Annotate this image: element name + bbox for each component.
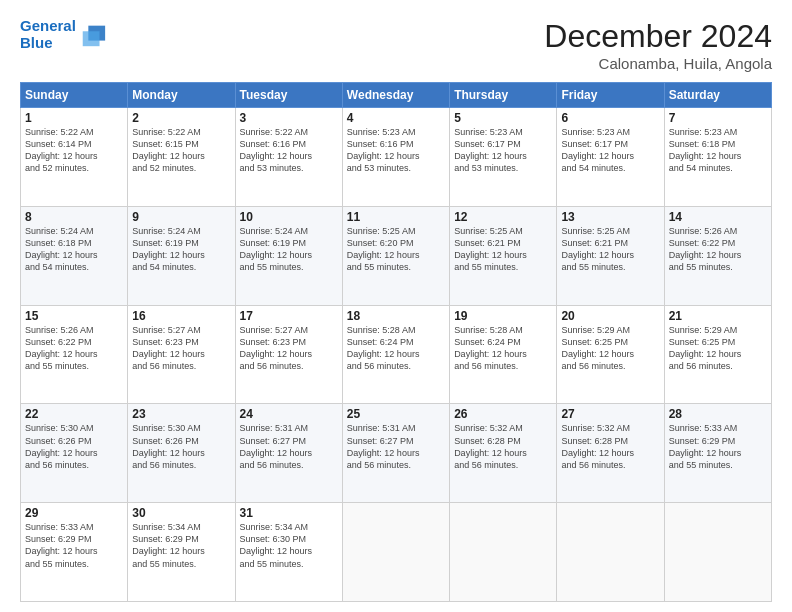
day-info: Sunrise: 5:27 AMSunset: 6:23 PMDaylight:… xyxy=(132,324,230,373)
day-number: 12 xyxy=(454,210,552,224)
day-info: Sunrise: 5:22 AMSunset: 6:16 PMDaylight:… xyxy=(240,126,338,175)
table-row xyxy=(664,503,771,602)
day-info: Sunrise: 5:31 AMSunset: 6:27 PMDaylight:… xyxy=(347,422,445,471)
day-info: Sunrise: 5:29 AMSunset: 6:25 PMDaylight:… xyxy=(669,324,767,373)
day-info: Sunrise: 5:22 AMSunset: 6:14 PMDaylight:… xyxy=(25,126,123,175)
day-number: 29 xyxy=(25,506,123,520)
day-info: Sunrise: 5:23 AMSunset: 6:18 PMDaylight:… xyxy=(669,126,767,175)
day-info: Sunrise: 5:26 AMSunset: 6:22 PMDaylight:… xyxy=(25,324,123,373)
day-info: Sunrise: 5:24 AMSunset: 6:19 PMDaylight:… xyxy=(132,225,230,274)
day-info: Sunrise: 5:34 AMSunset: 6:30 PMDaylight:… xyxy=(240,521,338,570)
day-info: Sunrise: 5:24 AMSunset: 6:19 PMDaylight:… xyxy=(240,225,338,274)
day-number: 9 xyxy=(132,210,230,224)
day-info: Sunrise: 5:23 AMSunset: 6:17 PMDaylight:… xyxy=(454,126,552,175)
day-info: Sunrise: 5:25 AMSunset: 6:21 PMDaylight:… xyxy=(454,225,552,274)
calendar-week-row: 1Sunrise: 5:22 AMSunset: 6:14 PMDaylight… xyxy=(21,108,772,207)
day-number: 17 xyxy=(240,309,338,323)
day-number: 10 xyxy=(240,210,338,224)
day-number: 25 xyxy=(347,407,445,421)
table-row: 16Sunrise: 5:27 AMSunset: 6:23 PMDayligh… xyxy=(128,305,235,404)
table-row: 19Sunrise: 5:28 AMSunset: 6:24 PMDayligh… xyxy=(450,305,557,404)
table-row: 10Sunrise: 5:24 AMSunset: 6:19 PMDayligh… xyxy=(235,206,342,305)
day-info: Sunrise: 5:25 AMSunset: 6:21 PMDaylight:… xyxy=(561,225,659,274)
day-number: 31 xyxy=(240,506,338,520)
table-row: 3Sunrise: 5:22 AMSunset: 6:16 PMDaylight… xyxy=(235,108,342,207)
table-row: 2Sunrise: 5:22 AMSunset: 6:15 PMDaylight… xyxy=(128,108,235,207)
table-row: 14Sunrise: 5:26 AMSunset: 6:22 PMDayligh… xyxy=(664,206,771,305)
table-row: 23Sunrise: 5:30 AMSunset: 6:26 PMDayligh… xyxy=(128,404,235,503)
table-row: 13Sunrise: 5:25 AMSunset: 6:21 PMDayligh… xyxy=(557,206,664,305)
calendar-header-row: Sunday Monday Tuesday Wednesday Thursday… xyxy=(21,83,772,108)
day-info: Sunrise: 5:28 AMSunset: 6:24 PMDaylight:… xyxy=(347,324,445,373)
header-tuesday: Tuesday xyxy=(235,83,342,108)
day-number: 27 xyxy=(561,407,659,421)
day-info: Sunrise: 5:34 AMSunset: 6:29 PMDaylight:… xyxy=(132,521,230,570)
table-row: 18Sunrise: 5:28 AMSunset: 6:24 PMDayligh… xyxy=(342,305,449,404)
table-row: 9Sunrise: 5:24 AMSunset: 6:19 PMDaylight… xyxy=(128,206,235,305)
header-monday: Monday xyxy=(128,83,235,108)
day-number: 23 xyxy=(132,407,230,421)
day-number: 4 xyxy=(347,111,445,125)
header-wednesday: Wednesday xyxy=(342,83,449,108)
day-info: Sunrise: 5:29 AMSunset: 6:25 PMDaylight:… xyxy=(561,324,659,373)
day-info: Sunrise: 5:31 AMSunset: 6:27 PMDaylight:… xyxy=(240,422,338,471)
day-info: Sunrise: 5:33 AMSunset: 6:29 PMDaylight:… xyxy=(25,521,123,570)
table-row: 21Sunrise: 5:29 AMSunset: 6:25 PMDayligh… xyxy=(664,305,771,404)
day-info: Sunrise: 5:28 AMSunset: 6:24 PMDaylight:… xyxy=(454,324,552,373)
table-row: 20Sunrise: 5:29 AMSunset: 6:25 PMDayligh… xyxy=(557,305,664,404)
header-thursday: Thursday xyxy=(450,83,557,108)
table-row: 4Sunrise: 5:23 AMSunset: 6:16 PMDaylight… xyxy=(342,108,449,207)
table-row xyxy=(342,503,449,602)
calendar-table: Sunday Monday Tuesday Wednesday Thursday… xyxy=(20,82,772,602)
header-sunday: Sunday xyxy=(21,83,128,108)
table-row: 22Sunrise: 5:30 AMSunset: 6:26 PMDayligh… xyxy=(21,404,128,503)
day-info: Sunrise: 5:30 AMSunset: 6:26 PMDaylight:… xyxy=(25,422,123,471)
header-friday: Friday xyxy=(557,83,664,108)
table-row xyxy=(450,503,557,602)
page: General Blue December 2024 Calonamba, Hu… xyxy=(0,0,792,612)
day-number: 16 xyxy=(132,309,230,323)
day-info: Sunrise: 5:27 AMSunset: 6:23 PMDaylight:… xyxy=(240,324,338,373)
table-row: 8Sunrise: 5:24 AMSunset: 6:18 PMDaylight… xyxy=(21,206,128,305)
header: General Blue December 2024 Calonamba, Hu… xyxy=(20,18,772,72)
calendar-week-row: 8Sunrise: 5:24 AMSunset: 6:18 PMDaylight… xyxy=(21,206,772,305)
table-row xyxy=(557,503,664,602)
table-row: 11Sunrise: 5:25 AMSunset: 6:20 PMDayligh… xyxy=(342,206,449,305)
logo-line2: Blue xyxy=(20,34,53,51)
calendar-week-row: 29Sunrise: 5:33 AMSunset: 6:29 PMDayligh… xyxy=(21,503,772,602)
table-row: 28Sunrise: 5:33 AMSunset: 6:29 PMDayligh… xyxy=(664,404,771,503)
table-row: 12Sunrise: 5:25 AMSunset: 6:21 PMDayligh… xyxy=(450,206,557,305)
table-row: 30Sunrise: 5:34 AMSunset: 6:29 PMDayligh… xyxy=(128,503,235,602)
day-number: 13 xyxy=(561,210,659,224)
day-number: 3 xyxy=(240,111,338,125)
day-number: 26 xyxy=(454,407,552,421)
day-number: 18 xyxy=(347,309,445,323)
day-number: 11 xyxy=(347,210,445,224)
table-row: 1Sunrise: 5:22 AMSunset: 6:14 PMDaylight… xyxy=(21,108,128,207)
svg-marker-1 xyxy=(83,31,100,46)
day-info: Sunrise: 5:33 AMSunset: 6:29 PMDaylight:… xyxy=(669,422,767,471)
header-saturday: Saturday xyxy=(664,83,771,108)
calendar-week-row: 22Sunrise: 5:30 AMSunset: 6:26 PMDayligh… xyxy=(21,404,772,503)
day-number: 20 xyxy=(561,309,659,323)
logo-icon xyxy=(79,21,107,49)
day-info: Sunrise: 5:24 AMSunset: 6:18 PMDaylight:… xyxy=(25,225,123,274)
day-info: Sunrise: 5:23 AMSunset: 6:16 PMDaylight:… xyxy=(347,126,445,175)
calendar-title: December 2024 xyxy=(544,18,772,55)
table-row: 27Sunrise: 5:32 AMSunset: 6:28 PMDayligh… xyxy=(557,404,664,503)
table-row: 5Sunrise: 5:23 AMSunset: 6:17 PMDaylight… xyxy=(450,108,557,207)
calendar-subtitle: Calonamba, Huila, Angola xyxy=(544,55,772,72)
table-row: 31Sunrise: 5:34 AMSunset: 6:30 PMDayligh… xyxy=(235,503,342,602)
day-info: Sunrise: 5:32 AMSunset: 6:28 PMDaylight:… xyxy=(454,422,552,471)
table-row: 7Sunrise: 5:23 AMSunset: 6:18 PMDaylight… xyxy=(664,108,771,207)
table-row: 26Sunrise: 5:32 AMSunset: 6:28 PMDayligh… xyxy=(450,404,557,503)
day-number: 22 xyxy=(25,407,123,421)
logo-text: General Blue xyxy=(20,18,76,51)
day-number: 15 xyxy=(25,309,123,323)
table-row: 15Sunrise: 5:26 AMSunset: 6:22 PMDayligh… xyxy=(21,305,128,404)
logo-line1: General xyxy=(20,17,76,34)
table-row: 17Sunrise: 5:27 AMSunset: 6:23 PMDayligh… xyxy=(235,305,342,404)
day-number: 6 xyxy=(561,111,659,125)
day-number: 24 xyxy=(240,407,338,421)
day-info: Sunrise: 5:23 AMSunset: 6:17 PMDaylight:… xyxy=(561,126,659,175)
